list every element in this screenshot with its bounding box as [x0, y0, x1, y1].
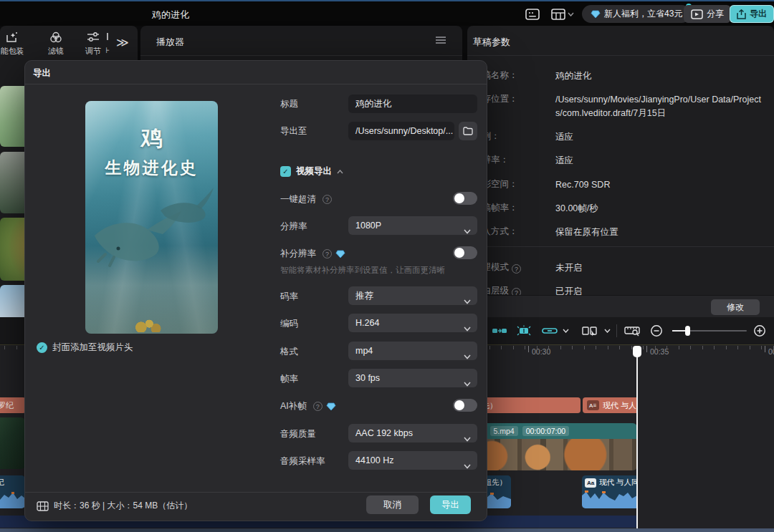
layout-switcher-icon[interactable] — [548, 6, 578, 22]
text-clip-2[interactable]: A≡ 现代 与人同处 — [583, 397, 637, 413]
split-tool-icon[interactable] — [579, 323, 601, 339]
cancel-button[interactable]: 取消 — [366, 495, 419, 514]
link-dropdown-chevron[interactable] — [560, 323, 570, 339]
video-export-label: 视频导出 — [296, 165, 332, 178]
video-clip-fragment-left[interactable] — [0, 417, 25, 469]
gem-icon — [326, 402, 336, 411]
video-export-section[interactable]: ✓ 视频导出 — [280, 165, 343, 178]
export-dialog-title: 导出 — [33, 67, 51, 79]
zoom-out-icon[interactable] — [648, 323, 665, 339]
draft-panel-header: 草稿参数 — [467, 26, 774, 56]
playhead-handle[interactable] — [633, 346, 641, 357]
ruler-minor-tick — [750, 346, 750, 349]
link-icon[interactable] — [540, 323, 559, 339]
draft-panel-title: 草稿参数 — [473, 36, 510, 49]
codec-select[interactable]: H.264 — [348, 314, 477, 332]
help-icon[interactable]: ? — [313, 402, 322, 411]
benefit-pill[interactable]: 新人福利，立省43元 — [582, 5, 691, 23]
bitrate-select[interactable]: 推荐 — [348, 286, 477, 305]
sea-creature-small — [153, 183, 214, 226]
resolution-field-label: 分辨率 — [280, 221, 307, 233]
audio-clip-fragment-left[interactable]: 侏罗纪 — [0, 475, 25, 508]
auto-cut-icon[interactable] — [515, 323, 533, 339]
modify-button[interactable]: 修改 — [711, 299, 760, 315]
ruler-minor-tick — [584, 346, 585, 349]
ruler-minor-tick — [737, 346, 738, 349]
tab-smart-packaging[interactable]: 能包装 — [0, 29, 31, 57]
ruler-minor-tick — [726, 346, 727, 349]
ai-interpolation-toggle[interactable] — [453, 399, 477, 412]
waveform — [0, 490, 25, 508]
smart-hd-toggle[interactable] — [453, 192, 477, 205]
resolution-select[interactable]: 1080P — [348, 216, 477, 235]
partial-tab-icon — [99, 31, 116, 45]
help-icon[interactable]: ? — [512, 264, 521, 274]
collapse-chevron-up-icon[interactable] — [337, 170, 343, 174]
tab-partial[interactable]: ⊦ — [99, 29, 116, 55]
fps-select[interactable]: 30 fps — [348, 369, 477, 387]
ai-interpolation-label: AI补帧? — [280, 400, 336, 412]
audio-clip-2[interactable]: Aa现代 与人同处 — [582, 475, 637, 508]
audio-clip-2-label: 现代 与人同处 — [599, 478, 637, 488]
chevron-down-icon — [464, 319, 471, 338]
ruler-major-tick — [765, 346, 765, 352]
poster-title-line1: 鸡 — [85, 124, 218, 153]
chevron-down-icon — [464, 292, 471, 311]
waveform — [582, 490, 637, 508]
timeline-zoom-slider[interactable] — [672, 330, 747, 332]
player-menu-icon[interactable] — [435, 35, 446, 48]
captions-icon[interactable] — [522, 6, 543, 22]
snap-icon[interactable] — [490, 323, 509, 339]
codec-field-label: 编码 — [280, 318, 298, 330]
super-resolution-toggle[interactable] — [453, 246, 477, 259]
text-clip-icon: A≡ — [587, 400, 599, 410]
ruler-minor-tick — [690, 346, 691, 349]
draft-name-value: 鸡的进化 — [555, 69, 768, 83]
draft-divider — [467, 246, 774, 247]
share-button[interactable]: 分享 — [684, 5, 731, 23]
format-field-label: 格式 — [280, 346, 298, 358]
resolution-value: 适应 — [555, 154, 768, 168]
ruler-minor-tick — [702, 346, 703, 349]
playhead-line[interactable] — [636, 346, 638, 528]
split-dropdown-chevron[interactable] — [602, 323, 612, 339]
save-path-value: /Users/sunny/Movies/JianyingPro/User Dat… — [555, 93, 768, 120]
ruler-minor-tick — [525, 346, 525, 349]
share-icon — [691, 9, 703, 19]
chevron-down-icon — [464, 347, 471, 366]
poster-title-line2: 生物进化史 — [85, 157, 218, 179]
cover-to-head-checkbox[interactable]: ✓ 封面添加至视频片头 — [37, 342, 133, 354]
bitrate-field-label: 码率 — [280, 291, 298, 303]
audio-quality-select[interactable]: AAC 192 kbps — [348, 424, 477, 442]
sample-rate-select[interactable]: 44100 Hz — [348, 451, 477, 470]
title-field-label: 标题 — [280, 98, 298, 110]
text-clip-fragment-left[interactable]: 前 侏罗纪 — [0, 397, 26, 413]
player-panel-header: 播放器 — [140, 26, 462, 56]
path-field-input[interactable]: /Users/sunny/Desktop/... — [348, 122, 454, 140]
ruler-minor-tick — [608, 346, 608, 349]
ruler-minor-tick — [773, 346, 774, 349]
chevron-down-icon — [568, 12, 574, 16]
browse-folder-button[interactable] — [459, 122, 477, 140]
format-select[interactable]: mp4 — [348, 342, 477, 360]
help-icon[interactable]: ? — [322, 195, 332, 204]
poster-coral — [131, 308, 164, 332]
zoom-in-icon[interactable] — [751, 323, 768, 339]
help-icon[interactable]: ? — [322, 249, 332, 258]
ruler-minor-tick — [537, 346, 538, 349]
chevron-down-icon — [464, 430, 471, 448]
preview-axis-icon[interactable] — [622, 323, 642, 339]
export-button-top[interactable]: 导出 — [730, 5, 774, 23]
proxy-mode-value: 未开启 — [555, 261, 768, 275]
ruler-major-tick — [646, 346, 647, 352]
expand-tabs-chevron[interactable]: ≫ — [116, 35, 128, 50]
tab-filters[interactable]: 滤镜 — [37, 29, 75, 57]
title-field-input[interactable]: 鸡的进化 — [348, 95, 477, 113]
confirm-export-button[interactable]: 导出 — [430, 495, 471, 514]
zoom-slider-knob[interactable] — [685, 326, 690, 336]
folder-icon — [463, 127, 473, 135]
timeline-scrollbar[interactable] — [0, 528, 774, 532]
cover-preview[interactable]: 鸡 生物进化史 — [85, 101, 218, 334]
draft-panel-footer: 修改 — [467, 295, 774, 317]
colorspace-value: Rec.709 SDR — [555, 178, 768, 192]
